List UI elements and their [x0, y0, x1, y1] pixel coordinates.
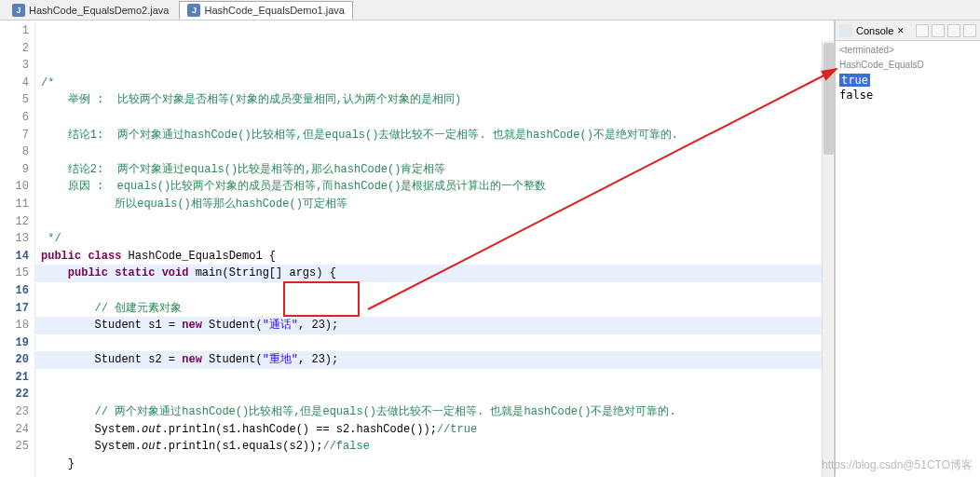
console-header: Console ✕: [836, 20, 980, 41]
editor-scrollbar[interactable]: [822, 41, 834, 477]
code-line: System.out.println(s1.hashCode() == s2.h…: [41, 423, 477, 436]
line-number: 21: [0, 369, 29, 387]
code-line: public static void main(String[] args) {: [35, 265, 834, 282]
watermark: https://blog.csdn@51CTO博客: [822, 457, 973, 473]
line-number: 1: [0, 22, 29, 40]
editor-tab[interactable]: JHashCode_EqualsDemo2.java: [4, 1, 177, 20]
line-number: 7: [0, 127, 29, 144]
code-line: }: [41, 457, 75, 470]
line-number: 5: [0, 91, 29, 109]
console-icon: [839, 24, 852, 37]
line-number: 10: [0, 178, 29, 196]
line-number: 24: [0, 421, 29, 439]
console-output[interactable]: <terminated> HashCode_EqualsD true false: [836, 41, 980, 477]
code-line: 结论1: 两个对象通过hashCode()比较相等,但是equals()去做比较…: [41, 129, 678, 142]
tab-label: HashCode_EqualsDemo1.java: [204, 5, 344, 16]
line-number: 11: [0, 196, 29, 213]
annotation-box: [283, 281, 360, 317]
console-toolbar-button[interactable]: [916, 24, 929, 37]
line-number: 6: [0, 109, 29, 127]
line-number: 18: [0, 317, 29, 334]
code-editor[interactable]: 1234567891011121314151617181920212223242…: [0, 20, 835, 477]
scrollbar-thumb[interactable]: [823, 43, 834, 155]
line-number: 22: [0, 386, 29, 403]
line-number: 16: [0, 282, 29, 300]
line-number: 3: [0, 57, 29, 75]
console-terminated-label: <terminated> HashCode_EqualsD: [839, 43, 976, 73]
line-number: 20: [0, 351, 29, 369]
line-number: 23: [0, 403, 29, 421]
code-line: Student s1 = new Student("通话", 23);: [35, 317, 834, 334]
code-line: 举例 : 比较两个对象是否相等(对象的成员变量相同,认为两个对象的是相同): [41, 93, 461, 106]
java-file-icon: J: [187, 4, 200, 17]
code-line: */: [41, 232, 61, 245]
console-toolbar-button[interactable]: [947, 24, 960, 37]
console-toolbar-button[interactable]: [963, 24, 976, 37]
line-number: 14: [0, 248, 29, 266]
main-area: 1234567891011121314151617181920212223242…: [0, 20, 980, 477]
code-area[interactable]: /* 举例 : 比较两个对象是否相等(对象的成员变量相同,认为两个对象的是相同)…: [35, 20, 834, 477]
code-line: System.out.println(s1.equals(s2));//fals…: [41, 440, 370, 453]
console-title: Console: [856, 25, 893, 36]
line-number: 12: [0, 213, 29, 231]
editor-tab[interactable]: JHashCode_EqualsDemo1.java: [179, 1, 352, 20]
code-line: 原因 : equals()比较两个对象的成员是否相等,而hashCode()是根…: [41, 180, 546, 193]
code-line: Student s2 = new Student("重地", 23);: [35, 351, 834, 369]
console-panel: Console ✕ <terminated> HashCode_EqualsD …: [835, 20, 980, 477]
line-number: 13: [0, 230, 29, 248]
line-number: 9: [0, 161, 29, 179]
line-number: 17: [0, 300, 29, 318]
console-output-line: true: [839, 74, 870, 87]
code-line: // 两个对象通过hashCode()比较相等,但是equals()去做比较不一…: [41, 405, 676, 418]
code-line: // 创建元素对象: [41, 302, 182, 315]
line-number: 2: [0, 40, 29, 58]
line-number: 15: [0, 265, 29, 282]
code-line: public class HashCode_EqualsDemo1 {: [41, 250, 276, 263]
line-number: 19: [0, 334, 29, 352]
java-file-icon: J: [12, 4, 25, 17]
code-line: 结论2: 两个对象通过equals()比较是相等的,那么hashCode()肯定…: [41, 163, 445, 176]
editor-tab-bar: JHashCode_EqualsDemo2.javaJHashCode_Equa…: [0, 0, 980, 20]
line-number: 8: [0, 143, 29, 161]
console-toolbar-button[interactable]: [932, 24, 945, 37]
console-output-line: false: [839, 88, 976, 102]
code-line: 所以equals()相等那么hashCode()可定相等: [41, 198, 347, 211]
line-number: 25: [0, 438, 29, 456]
line-number-gutter: 1234567891011121314151617181920212223242…: [0, 20, 35, 477]
code-line: /*: [41, 76, 54, 89]
line-number: 4: [0, 75, 29, 92]
tab-label: HashCode_EqualsDemo2.java: [29, 5, 169, 16]
